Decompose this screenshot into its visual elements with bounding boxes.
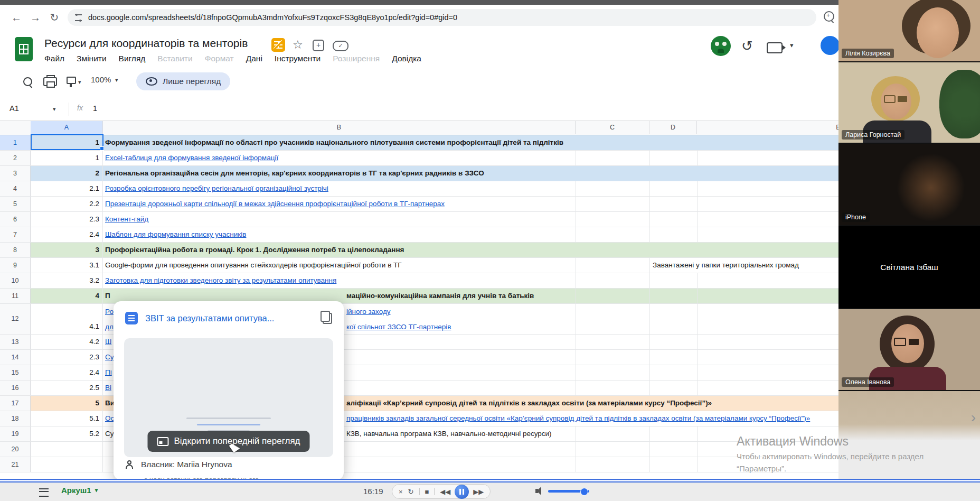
paint-format-caret-icon[interactable]: ▾: [78, 79, 81, 86]
cell-a[interactable]: 5.2: [31, 426, 103, 441]
cell-a[interactable]: [31, 457, 103, 472]
row-header[interactable]: 5: [0, 197, 31, 211]
formula-value[interactable]: 1: [93, 104, 97, 113]
stop-icon[interactable]: ■: [425, 488, 429, 495]
pause-button[interactable]: [455, 485, 469, 499]
zoom-level[interactable]: 100%: [91, 75, 111, 84]
presence-avatar[interactable]: [821, 36, 840, 55]
repeat-icon[interactable]: ↻: [408, 488, 414, 495]
video-seekbar[interactable]: [0, 479, 980, 483]
cell-a[interactable]: 4.2: [31, 335, 103, 349]
cell-text[interactable]: Су: [103, 353, 114, 361]
row-header[interactable]: 17: [0, 396, 31, 411]
row-header[interactable]: 8: [0, 243, 31, 257]
participant-video[interactable]: iPhone: [838, 144, 980, 226]
participant-video[interactable]: Лариса Горностай: [838, 62, 980, 144]
menu-item[interactable]: Вигляд: [119, 54, 146, 63]
cell-a[interactable]: 5: [31, 396, 103, 411]
row-header[interactable]: 15: [0, 365, 31, 380]
fast-forward-icon[interactable]: ▶▶: [473, 488, 484, 495]
column-header[interactable]: D: [649, 121, 697, 134]
menu-item[interactable]: Змінити: [77, 54, 106, 63]
cell-text[interactable]: кої спільнот ЗЗСО ТГ-партнерів: [346, 319, 451, 335]
cell-a[interactable]: 2.3: [31, 212, 103, 227]
row-header[interactable]: 20: [0, 442, 31, 457]
paint-format-icon[interactable]: [67, 77, 76, 84]
cell-a[interactable]: 2.3: [31, 350, 103, 365]
cell-a[interactable]: 3.1: [31, 258, 103, 273]
camera-caret-icon[interactable]: ▾: [790, 41, 794, 49]
site-settings-icon[interactable]: [75, 14, 82, 21]
cell-a[interactable]: 2: [31, 166, 103, 181]
volume-slider[interactable]: [548, 490, 589, 493]
menu-item[interactable]: Формат: [205, 54, 234, 63]
row-header[interactable]: 3: [0, 166, 31, 181]
address-bar[interactable]: docs.google.com/spreadsheets/d/18fnpoGQp…: [68, 9, 816, 26]
history-icon[interactable]: ↺: [741, 38, 753, 54]
row-header[interactable]: 1: [0, 135, 31, 150]
star-icon[interactable]: ☆: [293, 38, 303, 52]
row-header[interactable]: 21: [0, 457, 31, 472]
row-header[interactable]: 9: [0, 258, 31, 273]
document-title[interactable]: Ресурси для координаторів та менторів: [44, 37, 248, 50]
row-header[interactable]: 12: [0, 304, 31, 334]
cell-text[interactable]: дл: [103, 323, 114, 331]
column-header[interactable]: A: [31, 121, 103, 134]
row-header[interactable]: 7: [0, 227, 31, 242]
avatar[interactable]: [711, 36, 731, 56]
add-shortcut-icon[interactable]: +: [313, 40, 324, 51]
cell-a[interactable]: 2.2: [31, 197, 103, 211]
menu-item[interactable]: Довідка: [392, 54, 421, 63]
column-header[interactable]: B: [103, 121, 576, 134]
view-mode-pill[interactable]: Лише перегляд: [136, 72, 230, 90]
popup-title[interactable]: ЗВІТ за результатами опитува...: [145, 313, 315, 323]
cell-text[interactable]: Ві: [103, 384, 111, 392]
cell-text[interactable]: Шаблон для формування списку учасників: [103, 230, 246, 238]
cell-text[interactable]: працівників закладів загальної середньої…: [346, 411, 810, 426]
cell-a[interactable]: 1: [31, 151, 103, 165]
cell-a[interactable]: 3.2: [31, 273, 103, 288]
cell-a[interactable]: 3: [31, 243, 103, 257]
copy-link-icon[interactable]: [323, 313, 332, 324]
cell-a[interactable]: 5.1: [31, 411, 103, 426]
cell-a[interactable]: 2.4: [31, 365, 103, 380]
cell-a[interactable]: [31, 442, 103, 457]
zoom-in-icon[interactable]: [824, 11, 834, 22]
name-box[interactable]: A1: [10, 104, 19, 113]
cell-text[interactable]: ійного заходу: [346, 304, 391, 319]
row-header[interactable]: 14: [0, 350, 31, 365]
participant-video[interactable]: Лілія Козирєва: [838, 0, 980, 62]
print-icon[interactable]: [43, 77, 57, 86]
cell-a[interactable]: 4.1: [31, 304, 103, 334]
sheet-tab[interactable]: Аркуш1 ▾: [61, 486, 98, 495]
menu-item[interactable]: Дані: [246, 54, 262, 63]
cell-a[interactable]: 4: [31, 289, 103, 303]
row-header[interactable]: 11: [0, 289, 31, 303]
menu-item[interactable]: Інструменти: [275, 54, 321, 63]
cell-a[interactable]: 1: [31, 135, 103, 150]
row-header[interactable]: 10: [0, 273, 31, 288]
row-header[interactable]: 13: [0, 335, 31, 349]
forward-icon[interactable]: →: [27, 10, 43, 25]
shuffle-icon[interactable]: ×: [399, 488, 403, 495]
cell-text[interactable]: Презентація дорожньої карти спільнодії в…: [103, 200, 445, 208]
menu-item[interactable]: Розширення: [333, 54, 380, 63]
column-header[interactable]: C: [576, 121, 649, 134]
rewind-icon[interactable]: ◀◀: [440, 488, 450, 495]
participant-video[interactable]: Олена Іванова: [838, 309, 980, 391]
row-header[interactable]: 16: [0, 381, 31, 395]
cell-text[interactable]: Ро: [103, 308, 114, 316]
sheet-tab-caret-icon[interactable]: ▾: [95, 487, 98, 494]
back-icon[interactable]: ←: [8, 10, 24, 25]
cell-text[interactable]: Ос: [103, 414, 114, 422]
cell-a[interactable]: 2.5: [31, 381, 103, 395]
row-header[interactable]: 2: [0, 151, 31, 165]
sheets-logo[interactable]: [15, 37, 33, 61]
row-header[interactable]: 18: [0, 411, 31, 426]
cell-text[interactable]: Excel-таблиця для формування зведеної ін…: [103, 154, 278, 162]
reload-icon[interactable]: ↻: [46, 10, 62, 25]
volume-icon[interactable]: [535, 487, 545, 495]
open-preview-button[interactable]: Відкрити попередній перегляд: [147, 431, 309, 452]
row-header[interactable]: 4: [0, 181, 31, 196]
zoom-caret-icon[interactable]: ▾: [115, 77, 118, 84]
